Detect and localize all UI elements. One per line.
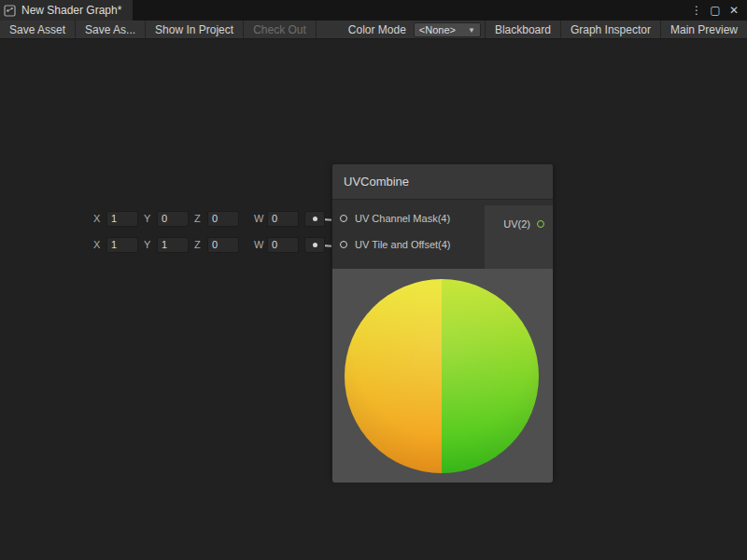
field-label-x: X (93, 239, 101, 250)
graph-canvas[interactable]: X Y Z W X Y Z W UVCombine (0, 39, 747, 560)
menu-kebab-icon[interactable]: ⋮ (689, 4, 704, 17)
field-label-w: W (254, 239, 261, 250)
vector-x-field[interactable] (106, 211, 138, 227)
show-in-project-button[interactable]: Show In Project (146, 21, 244, 38)
uvcombine-node[interactable]: UVCombine UV Channel Mask(4) UV Tile and… (331, 163, 554, 478)
blackboard-button[interactable]: Blackboard (485, 21, 560, 38)
field-label-z: Z (194, 213, 202, 224)
maximize-icon[interactable]: ▢ (708, 4, 723, 17)
color-mode-label: Color Mode (341, 21, 414, 38)
shader-graph-icon (4, 5, 16, 17)
vector-w-field[interactable] (267, 237, 299, 253)
vector-x-field[interactable] (106, 237, 138, 253)
color-mode-value: <None> (419, 24, 456, 35)
graph-inspector-button[interactable]: Graph Inspector (560, 21, 660, 38)
main-preview-button[interactable]: Main Preview (660, 21, 747, 38)
vector-y-field[interactable] (157, 237, 189, 253)
input-port-label: UV Channel Mask(4) (355, 213, 450, 224)
check-out-button[interactable]: Check Out (244, 21, 317, 38)
input-port-icon[interactable] (340, 215, 347, 222)
node-header[interactable]: UVCombine (332, 164, 553, 200)
node-ports: UV Channel Mask(4) UV Tile and Offset(4)… (332, 205, 553, 269)
vector-output-connector[interactable] (304, 237, 325, 253)
field-label-y: Y (144, 213, 151, 224)
node-preview-sphere (345, 279, 539, 473)
field-label-y: Y (144, 239, 151, 250)
output-port-icon[interactable] (537, 220, 544, 228)
tab-title: New Shader Graph* (21, 4, 121, 17)
color-mode-dropdown[interactable]: <None> ▼ (414, 22, 481, 37)
vector4-input-row-2: X Y Z W (93, 236, 325, 253)
connector-dot-icon (313, 243, 317, 247)
field-label-w: W (254, 213, 261, 224)
field-label-x: X (93, 213, 101, 224)
vector-output-connector[interactable] (304, 211, 325, 227)
output-port-row: UV(2) (485, 211, 553, 237)
vector4-input-row-1: X Y Z W (93, 210, 325, 227)
vector-w-field[interactable] (267, 211, 299, 227)
preview-right-gradient (442, 279, 539, 473)
close-icon[interactable]: ✕ (726, 4, 741, 17)
vector-y-field[interactable] (157, 211, 189, 227)
toolbar-right-group: Blackboard Graph Inspector Main Preview (485, 21, 747, 38)
chevron-down-icon: ▼ (468, 26, 475, 35)
shader-graph-window: New Shader Graph* ⋮ ▢ ✕ Save Asset Save … (0, 0, 747, 560)
output-column: UV(2) (485, 205, 553, 269)
tab-bar: New Shader Graph* ⋮ ▢ ✕ (0, 0, 747, 21)
preview-left-gradient (345, 279, 442, 473)
vector-z-field[interactable] (207, 237, 239, 253)
save-as-button[interactable]: Save As... (76, 21, 146, 38)
save-asset-button[interactable]: Save Asset (0, 21, 76, 38)
input-port-label: UV Tile and Offset(4) (355, 239, 451, 250)
input-port-icon[interactable] (340, 241, 347, 248)
output-port-label: UV(2) (503, 218, 530, 230)
connector-dot-icon (313, 217, 317, 221)
node-preview (332, 269, 553, 483)
window-controls: ⋮ ▢ ✕ (689, 0, 747, 21)
vector-z-field[interactable] (207, 211, 239, 227)
node-title: UVCombine (344, 175, 409, 189)
tab-new-shader-graph[interactable]: New Shader Graph* (0, 0, 133, 21)
field-label-z: Z (194, 239, 202, 250)
graph-toolbar: Save Asset Save As... Show In Project Ch… (0, 21, 747, 39)
